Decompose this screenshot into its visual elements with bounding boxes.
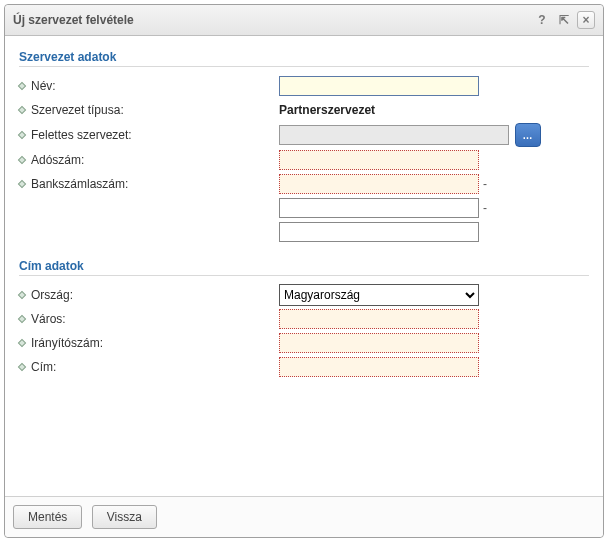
row-name: Név: — [19, 75, 589, 97]
row-address: Cím: — [19, 356, 589, 378]
bullet-icon — [18, 131, 26, 139]
row-tax: Adószám: — [19, 149, 589, 171]
bank-input-1[interactable] — [279, 174, 479, 194]
row-orgtype: Szervezet típusa: Partnerszervezet — [19, 99, 589, 121]
row-bank-2: - — [19, 197, 589, 219]
label-tax: Adószám: — [19, 153, 279, 167]
popout-icon[interactable]: ⇱ — [555, 11, 573, 29]
city-input[interactable] — [279, 309, 479, 329]
label-orgtype: Szervezet típusa: — [19, 103, 279, 117]
tax-input[interactable] — [279, 150, 479, 170]
section-divider — [19, 275, 589, 276]
label-city: Város: — [19, 312, 279, 326]
dialog: Új szervezet felvétele ? ⇱ × Szervezet a… — [4, 4, 604, 538]
bullet-icon — [18, 339, 26, 347]
label-country: Ország: — [19, 288, 279, 302]
dialog-body: Szervezet adatok Név: Szervezet típusa: … — [5, 36, 603, 496]
parent-input — [279, 125, 509, 145]
bullet-icon — [18, 156, 26, 164]
country-select[interactable]: Magyarország — [279, 284, 479, 306]
bullet-icon — [18, 291, 26, 299]
label-name: Név: — [19, 79, 279, 93]
name-input[interactable] — [279, 76, 479, 96]
help-icon[interactable]: ? — [533, 11, 551, 29]
dialog-footer: Mentés Vissza — [5, 496, 603, 537]
bank-input-3[interactable] — [279, 222, 479, 242]
save-button[interactable]: Mentés — [13, 505, 82, 529]
label-bank: Bankszámlaszám: — [19, 177, 279, 191]
row-bank-3 — [19, 221, 589, 243]
bullet-icon — [18, 315, 26, 323]
section-divider — [19, 66, 589, 67]
label-address: Cím: — [19, 360, 279, 374]
bullet-icon — [18, 82, 26, 90]
zip-input[interactable] — [279, 333, 479, 353]
titlebar: Új szervezet felvétele ? ⇱ × — [5, 5, 603, 36]
row-parent: Felettes szervezet: … — [19, 123, 589, 147]
row-bank-1: Bankszámlaszám: - — [19, 173, 589, 195]
back-button[interactable]: Vissza — [92, 505, 157, 529]
row-country: Ország: Magyarország — [19, 284, 589, 306]
bullet-icon — [18, 363, 26, 371]
bank-separator: - — [483, 177, 487, 191]
label-parent: Felettes szervezet: — [19, 128, 279, 142]
label-zip: Irányítószám: — [19, 336, 279, 350]
close-icon[interactable]: × — [577, 11, 595, 29]
section-title-org: Szervezet adatok — [19, 50, 589, 64]
row-zip: Irányítószám: — [19, 332, 589, 354]
bank-input-2[interactable] — [279, 198, 479, 218]
bank-separator: - — [483, 201, 487, 215]
row-city: Város: — [19, 308, 589, 330]
orgtype-value: Partnerszervezet — [279, 103, 375, 117]
dialog-title: Új szervezet felvétele — [13, 13, 529, 27]
parent-lookup-button[interactable]: … — [515, 123, 541, 147]
bullet-icon — [18, 106, 26, 114]
section-title-addr: Cím adatok — [19, 259, 589, 273]
address-input[interactable] — [279, 357, 479, 377]
bullet-icon — [18, 180, 26, 188]
